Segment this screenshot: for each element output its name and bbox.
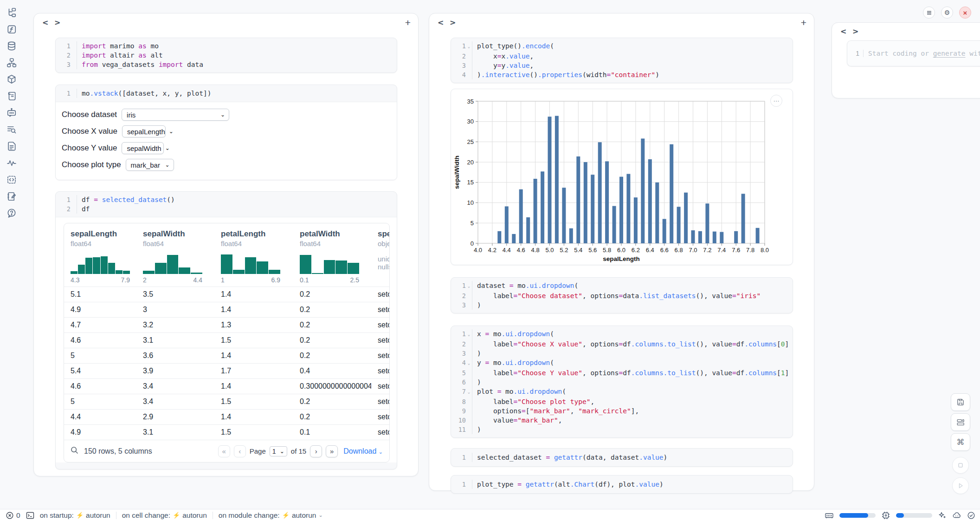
column-prev-icon[interactable]: <: [438, 19, 450, 26]
code-line[interactable]: 9 options=["mark_bar", "mark_circle"],: [455, 406, 788, 416]
choose-plot-type-select[interactable]: mark_bar⌄: [126, 159, 174, 171]
code-line[interactable]: 7⌄plot = mo.ui.dropdown(: [455, 387, 788, 397]
cell-plot-encode[interactable]: 1⌄plot_type().encode(2 x=x.value,3 y=y.v…: [451, 38, 793, 83]
first-page-button[interactable]: «: [218, 445, 230, 457]
cell-dataframe[interactable]: 1df = selected_dataset()2df sepalLengthf…: [55, 191, 397, 469]
close-icon[interactable]: ×: [959, 7, 971, 19]
table-row[interactable]: 4.931.40.2setosa: [64, 302, 389, 317]
column-next-icon[interactable]: >: [54, 19, 66, 26]
code-line[interactable]: 4⌄y = mo.ui.dropdown(: [455, 358, 788, 368]
code-line[interactable]: 5 label="Choose Y value", options=df.col…: [455, 368, 788, 378]
cell-imports[interactable]: 1import marimo as mo2import altair as al…: [55, 38, 397, 73]
code-line[interactable]: 1df = selected_dataset(): [59, 195, 392, 204]
code-line[interactable]: 6): [455, 378, 788, 387]
table-row[interactable]: 4.42.91.40.2setosa: [64, 409, 389, 424]
code-line[interactable]: 10 value="mark_bar",: [455, 416, 788, 425]
choose-y-value-select[interactable]: sepalWidth⌄: [122, 142, 164, 154]
fold-chevron-icon[interactable]: ⌄: [466, 329, 472, 339]
help-icon[interactable]: [6, 208, 17, 218]
empty-cell[interactable]: 1 Start coding or generate with: [847, 40, 980, 66]
chat-icon[interactable]: [6, 108, 17, 118]
code-line[interactable]: 1mo.vstack([dataset, x, y, plot]): [59, 89, 392, 98]
code-line[interactable]: 2 x=x.value,: [455, 52, 788, 61]
datasources-icon[interactable]: [6, 41, 17, 51]
code-line[interactable]: 1import marimo as mo: [59, 41, 392, 51]
code-line[interactable]: 1⌄plot_type().encode(: [455, 41, 788, 52]
last-page-button[interactable]: »: [326, 445, 338, 457]
settings-gear-icon[interactable]: ⚙: [941, 7, 953, 19]
code-line[interactable]: 2 label="Choose X value", options=df.col…: [455, 339, 788, 349]
table-row[interactable]: 53.61.40.2setosa: [64, 348, 389, 363]
cell-plot-type[interactable]: 1plot_type = getattr(alt.Chart(df), plot…: [451, 475, 793, 494]
table-row[interactable]: 4.63.11.50.2setosa: [64, 332, 389, 348]
column-header-petalWidth[interactable]: petalWidthfloat640.12.5: [293, 229, 371, 284]
column-next-icon[interactable]: >: [450, 19, 462, 26]
code-line[interactable]: 2import altair as alt: [59, 51, 392, 60]
logs-icon[interactable]: [6, 124, 17, 135]
fold-chevron-icon[interactable]: ⌄: [466, 358, 472, 368]
save-button[interactable]: [951, 393, 970, 411]
cell-xyplot-dropdowns[interactable]: 1⌄x = mo.ui.dropdown(2 label="Choose X v…: [451, 326, 793, 438]
functions-icon[interactable]: [6, 24, 17, 34]
column-next-icon[interactable]: >: [852, 28, 864, 35]
column-header-petalLength[interactable]: petalLengthfloat6416.9: [214, 229, 293, 284]
code-line[interactable]: 2df: [59, 204, 392, 214]
add-cell-icon[interactable]: +: [405, 17, 411, 28]
choose-x-value-select[interactable]: sepalLength⌄: [122, 125, 166, 137]
chart-actions-icon[interactable]: ⋯: [770, 95, 782, 107]
page-select[interactable]: 1⌄: [270, 446, 287, 456]
on-startup-mode[interactable]: on startup:⚡autorun: [40, 511, 110, 520]
code-line[interactable]: 1selected_dataset = getattr(data, datase…: [455, 453, 788, 462]
stop-button[interactable]: [952, 457, 969, 474]
documentation-icon[interactable]: [6, 141, 17, 151]
next-page-button[interactable]: ›: [310, 445, 322, 457]
table-row[interactable]: 5.13.51.40.2setosa: [64, 287, 389, 302]
run-button[interactable]: [952, 477, 969, 494]
dependency-graph-icon[interactable]: [6, 58, 17, 68]
code-line[interactable]: 3 y=y.value,: [455, 61, 788, 70]
choose-dataset-select[interactable]: iris⌄: [122, 109, 229, 121]
table-row[interactable]: 4.73.21.30.2setosa: [64, 317, 389, 332]
column-prev-icon[interactable]: <: [840, 28, 852, 35]
code-line[interactable]: 3): [455, 300, 788, 310]
fold-chevron-icon[interactable]: ⌄: [466, 387, 472, 397]
file-explorer-icon[interactable]: [6, 7, 17, 18]
code-line[interactable]: 3from vega_datasets import data: [59, 60, 392, 69]
menu-icon[interactable]: [923, 7, 935, 19]
generate-with-ai-link[interactable]: generate: [933, 50, 966, 57]
fold-chevron-icon[interactable]: ⌄: [466, 41, 472, 52]
table-row[interactable]: 5.43.91.70.4setosa: [64, 363, 389, 378]
outline-icon[interactable]: [6, 91, 17, 101]
code-line[interactable]: 2 label="Choose dataset", options=data.l…: [455, 291, 788, 300]
column-header-sepalWidth[interactable]: sepalWidthfloat6424.4: [136, 229, 214, 284]
column-header-sepalLength[interactable]: sepalLengthfloat644.37.9: [64, 229, 136, 284]
error-count[interactable]: 0: [6, 511, 20, 520]
scratchpad-icon[interactable]: [6, 191, 17, 202]
column-prev-icon[interactable]: <: [42, 19, 54, 26]
layout-toggle-button[interactable]: [951, 413, 970, 431]
cell-vstack[interactable]: 1mo.vstack([dataset, x, y, plot]) Choose…: [55, 85, 397, 180]
code-line[interactable]: 1⌄x = mo.ui.dropdown(: [455, 329, 788, 339]
add-cell-icon[interactable]: +: [801, 17, 806, 28]
snippets-icon[interactable]: [6, 175, 17, 185]
code-line[interactable]: 3): [455, 349, 788, 358]
connected-check-icon[interactable]: [967, 511, 975, 520]
on-cell-change-mode[interactable]: on cell change:⚡autorun: [122, 511, 207, 520]
copilot-icon[interactable]: [953, 511, 961, 520]
code-line[interactable]: 1plot_type = getattr(alt.Chart(df), plot…: [455, 480, 788, 489]
download-button[interactable]: Download ⌄: [343, 447, 383, 456]
packages-icon[interactable]: [6, 74, 17, 85]
sepal-bar-chart[interactable]: 051015202530354.04.24.44.64.85.05.25.45.…: [453, 94, 778, 264]
fold-chevron-icon[interactable]: ⌄: [466, 281, 472, 291]
ai-sparkles-icon[interactable]: [938, 511, 947, 520]
tracing-icon[interactable]: [6, 158, 17, 168]
on-module-change-mode[interactable]: on module change:⚡autorun ⌄: [219, 511, 323, 520]
table-search-icon[interactable]: [71, 446, 78, 456]
cell-selected-dataset[interactable]: 1selected_dataset = getattr(data, datase…: [451, 448, 793, 467]
keyboard-shortcuts-button[interactable]: ⌘: [951, 433, 970, 451]
prev-page-button[interactable]: ‹: [234, 445, 246, 457]
code-line[interactable]: 8 label="Choose plot type",: [455, 397, 788, 406]
code-line[interactable]: 1⌄dataset = mo.ui.dropdown(: [455, 281, 788, 291]
table-row[interactable]: 4.93.11.50.1setosa: [64, 424, 389, 440]
code-line[interactable]: 4).interactive().properties(width="conta…: [455, 70, 788, 79]
